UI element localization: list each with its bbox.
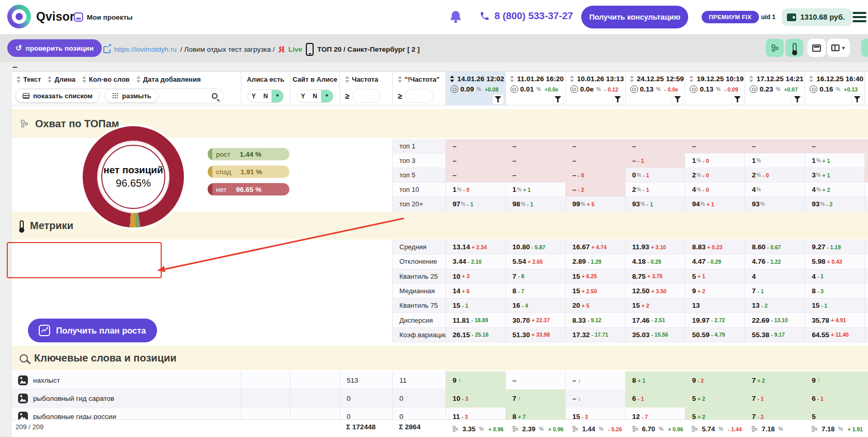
keywords-table: нахлыст513119↑––↓8+ 19- 27+ 29↑рыболовны…	[11, 371, 868, 426]
bubbles-icon	[751, 425, 758, 433]
row-label: Медианная	[392, 284, 445, 298]
value-cell: 15+ 2.50	[565, 284, 625, 298]
value-cell: 4.18- 0.29	[625, 254, 685, 269]
menu-hamburger-icon[interactable]	[853, 12, 866, 24]
sort-icon[interactable]	[82, 76, 87, 83]
live-badge: Live	[288, 46, 302, 53]
value-cell: 15+ 2	[625, 298, 685, 313]
value-cell: –- 0	[565, 168, 625, 183]
show-as-list-button[interactable]: показать списком	[16, 89, 100, 102]
value-cell: 16.67+ 4.74	[565, 240, 625, 254]
metrics-row: Квантиль 7515- 116- 420+ 515+ 21313- 215…	[392, 298, 868, 313]
alice-cell	[241, 389, 290, 408]
external-link-icon[interactable]	[103, 46, 111, 53]
get-growth-plan-button[interactable]: Получить план роста	[28, 319, 157, 342]
sort-icon[interactable]	[17, 76, 21, 83]
get-consultation-button[interactable]: Получить консультацию	[581, 6, 688, 28]
page-image-icon[interactable]	[18, 375, 28, 385]
sort-icon[interactable]	[689, 76, 694, 82]
metrics-row: Дисперсия11.81- 18.8930.70+ 22.378.33- 9…	[392, 313, 868, 327]
sort-icon[interactable]	[809, 76, 814, 82]
filter-funnel-button[interactable]	[732, 95, 742, 104]
frequency-value: 0	[347, 395, 351, 402]
legend-item-growth: рост1.44 %	[208, 148, 289, 160]
nav-my-projects-label: Мои проекты	[87, 13, 133, 21]
visibility-eye-icon	[690, 85, 698, 93]
notifications-bell-icon[interactable]	[448, 9, 463, 25]
frequency-min-input[interactable]	[352, 89, 380, 103]
sort-icon[interactable]	[749, 76, 754, 82]
coverage-title: Охват по ТОПам	[35, 118, 119, 130]
filter-funnel-button[interactable]	[493, 95, 503, 104]
value-cell: 15+ 6.25	[565, 269, 625, 284]
sort-icon[interactable]	[630, 76, 634, 82]
filter-funnel-button[interactable]	[553, 95, 563, 104]
project-url-link[interactable]: https://lovimotdyh.ru	[114, 46, 177, 53]
table-layout-button[interactable]: ▼	[827, 39, 850, 57]
snapshot-date: 11.01.26 16:20	[517, 75, 564, 83]
value-cell: 4.76- 1.22	[745, 254, 804, 269]
alice-filter-toggle[interactable]: YN*	[247, 89, 284, 103]
logo[interactable]: Qvisor	[7, 5, 74, 28]
key-icon	[18, 352, 30, 364]
clipped-cell	[864, 328, 868, 342]
phone-number[interactable]: 8 (800) 533-37-27	[479, 10, 573, 22]
filter-funnel-button[interactable]	[792, 95, 802, 104]
value-cell: 19.97- 2.72	[685, 313, 745, 327]
value-cell: 8.83+ 0.23	[685, 240, 745, 254]
collapse-toggle[interactable]: –	[12, 62, 17, 72]
balance-amount: 1310.68 руб.	[800, 13, 845, 21]
metrics-table: Средняя13.14+ 2.3410.80- 5.8716.67+ 4.74…	[392, 240, 868, 342]
clipped-cell	[864, 139, 868, 154]
value-cell: 8- 7	[505, 284, 565, 298]
nav-my-projects[interactable]: Мои проекты	[74, 12, 133, 22]
sort-icon[interactable]	[450, 76, 455, 82]
filter-funnel-button[interactable]	[613, 95, 623, 104]
balance-widget[interactable]: 1310.68 руб.	[782, 8, 852, 26]
date-column-header: 11.01.26 16:200.01%+0.0e	[505, 72, 565, 106]
sort-icon[interactable]	[570, 76, 575, 82]
value-cell: –	[565, 154, 625, 168]
page-image-icon[interactable]	[18, 394, 28, 403]
bubbles-view-button[interactable]	[766, 39, 784, 57]
sort-icon[interactable]	[345, 76, 350, 83]
value-cell: 15- 1	[804, 298, 864, 313]
value-cell: 30.70+ 22.37	[505, 313, 565, 327]
project-breadcrumb: https://lovimotdyh.ru / Ловим отдых тест…	[103, 43, 420, 56]
metrics-view-button[interactable]	[785, 39, 803, 57]
uid-label: uid 1	[761, 13, 776, 21]
date-column-header-partial	[864, 72, 868, 106]
keyword-row[interactable]: нахлыст513119↑––↓8+ 19- 27+ 29↑	[11, 371, 868, 389]
value-cell: 12.50+ 3.50	[625, 284, 685, 298]
bubbles-icon	[20, 119, 29, 128]
exact-frequency-min-input[interactable]	[405, 89, 433, 103]
filter-funnel-button[interactable]	[672, 95, 683, 104]
check-positions-button[interactable]: ↺ проверить позиции	[7, 39, 102, 57]
blur-button[interactable]: размыть	[105, 89, 159, 102]
value-cell: 93%- 2	[804, 197, 864, 212]
clipped-cell	[864, 240, 868, 254]
value-cell: 2%- 0	[745, 168, 804, 183]
row-label: Квантиль 75	[392, 298, 445, 313]
snapshot-date: 24.12.25 12:59	[637, 75, 684, 83]
value-cell: –	[685, 139, 745, 154]
mobile-device-icon	[306, 43, 314, 56]
filter-funnel-button[interactable]	[852, 95, 862, 104]
metrics-row: Коэф.вариации26.15- 25.1651.30+ 33.9817.…	[392, 328, 868, 342]
site-alice-filter-toggle[interactable]: YN*	[297, 89, 333, 103]
sort-icon[interactable]	[136, 76, 141, 83]
value-cell: –	[505, 139, 565, 154]
blur-grid-icon	[112, 93, 118, 99]
value-cell: 5+ 1	[685, 269, 745, 284]
calculator-button[interactable]	[808, 39, 826, 57]
sort-icon[interactable]	[398, 76, 402, 83]
sort-icon[interactable]	[48, 76, 52, 83]
keyword-row[interactable]: рыболовный гид саратов0010- 37↑–↓6- 15+ …	[11, 389, 868, 408]
column-frequency: Частота ≥	[339, 72, 392, 106]
sort-icon[interactable]	[510, 76, 515, 82]
bubbles-icon	[770, 43, 780, 53]
app-header: Qvisor Мои проекты 8 (800) 533-37-27 Пол…	[0, 0, 868, 34]
snapshot-date: 19.12.25 10:19	[696, 75, 743, 83]
edge-tool-button[interactable]	[861, 39, 868, 57]
date-column-header: 14.01.26 12:020.09%+0.08	[445, 72, 505, 106]
